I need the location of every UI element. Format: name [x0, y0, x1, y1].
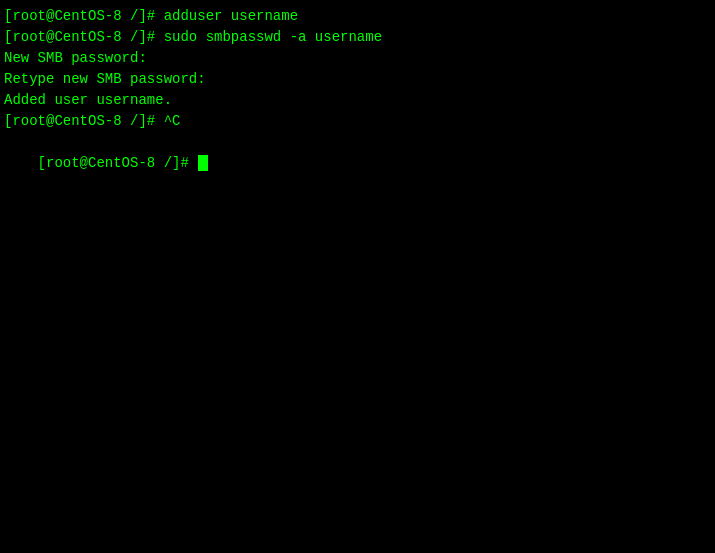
terminal-line-5: Added user username. — [4, 90, 711, 111]
terminal-prompt: [root@CentOS-8 /]# — [38, 155, 198, 171]
terminal-line-4: Retype new SMB password: — [4, 69, 711, 90]
terminal-window[interactable]: [root@CentOS-8 /]# adduser username [roo… — [0, 0, 715, 553]
terminal-line-7: [root@CentOS-8 /]# — [4, 132, 711, 195]
terminal-line-3: New SMB password: — [4, 48, 711, 69]
terminal-line-2: [root@CentOS-8 /]# sudo smbpasswd -a use… — [4, 27, 711, 48]
terminal-line-1: [root@CentOS-8 /]# adduser username — [4, 6, 711, 27]
terminal-cursor — [198, 155, 208, 171]
terminal-line-6: [root@CentOS-8 /]# ^C — [4, 111, 711, 132]
